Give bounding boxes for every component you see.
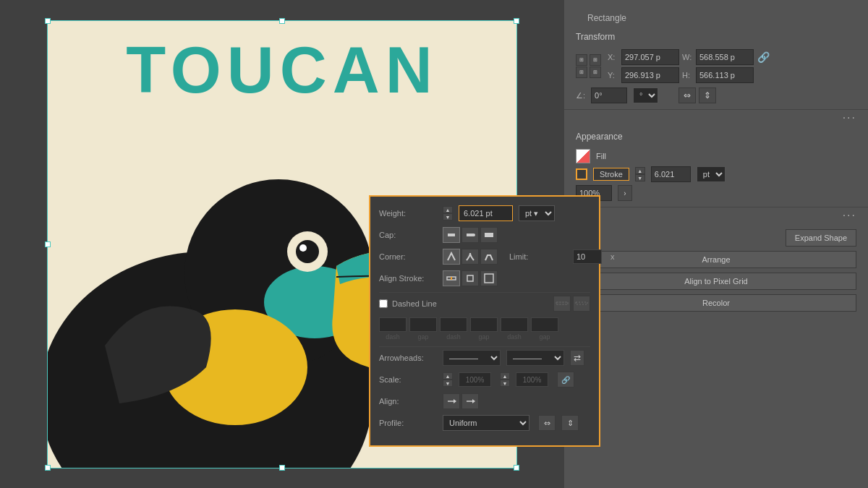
transform-more: ··· (564, 110, 868, 126)
fill-swatch[interactable] (576, 149, 590, 163)
svg-rect-12 (485, 274, 493, 283)
opacity-more-icon[interactable]: › (618, 185, 632, 201)
arrows-swap-icon[interactable]: ⇄ (570, 350, 584, 366)
align-inside-icon[interactable] (461, 270, 479, 286)
stroke-unit-select[interactable]: pt (697, 166, 726, 182)
dashed-label: Dashed Line (392, 299, 437, 308)
popup-divider-1 (379, 292, 590, 293)
corner-bevel-icon[interactable] (480, 249, 498, 265)
gap1-input[interactable] (409, 317, 437, 332)
align-arrow-1-icon[interactable] (443, 393, 460, 409)
stroke-swatch[interactable] (576, 168, 587, 180)
svg-rect-14 (576, 302, 587, 304)
scale2-up[interactable]: ▲ (500, 372, 510, 380)
stroke-spin-up[interactable]: ▲ (635, 167, 645, 174)
x-input[interactable] (621, 49, 679, 65)
h-input[interactable] (696, 67, 754, 83)
align-outside-icon[interactable] (480, 270, 498, 286)
profile-select[interactable]: Uniform (443, 415, 529, 431)
dash-gap-row: dash gap dash gap dash (379, 317, 590, 341)
align-center-icon[interactable] (443, 270, 460, 286)
transform-icon-2[interactable]: ⊞ (590, 54, 601, 66)
profile-flip-h-icon[interactable]: ⇔ (538, 415, 556, 431)
arrange-row: Arrange (576, 251, 856, 268)
angle-label: ∠: (576, 91, 585, 100)
arrange-button[interactable]: Arrange (576, 251, 856, 268)
stroke-button[interactable]: Stroke (593, 168, 629, 181)
corner-row: Corner: Limit: x (379, 249, 590, 265)
dash3-input[interactable] (501, 317, 528, 332)
stroke-popup: Weight: ▲ ▼ pt ▾ Cap: (369, 195, 600, 447)
angle-unit-select[interactable]: ° (633, 87, 658, 103)
profile-flip-v-icon[interactable]: ⇕ (561, 415, 579, 431)
scale1-up[interactable]: ▲ (443, 372, 453, 380)
transform-more-btn[interactable]: ··· (843, 111, 856, 124)
transform-icon-4[interactable]: ⊞ (590, 67, 601, 78)
align-arrow-2-icon[interactable] (461, 393, 479, 409)
weight-spin-down[interactable]: ▼ (443, 213, 453, 221)
scale1-down[interactable]: ▼ (443, 380, 453, 387)
recolor-button[interactable]: Recolor (576, 294, 856, 312)
weight-input[interactable] (459, 205, 513, 221)
arrowheads-row: Arrowheads: ———— ———— ⇄ (379, 350, 590, 366)
dash2-label: dash (446, 333, 461, 341)
corner-miter-icon[interactable] (443, 249, 460, 265)
dashed-checkbox[interactable] (379, 299, 388, 308)
gap2-label: gap (478, 333, 489, 341)
weight-spin-up[interactable]: ▲ (443, 206, 453, 213)
gap3-input[interactable] (531, 317, 558, 332)
flip-v-icon[interactable]: ⇕ (699, 87, 716, 103)
align-pixel-button[interactable]: Align to Pixel Grid (576, 273, 856, 290)
scale2-input[interactable] (516, 372, 548, 387)
w-input[interactable] (696, 49, 754, 65)
profile-row: Profile: Uniform ⇔ ⇕ (379, 415, 590, 431)
gap1-label: gap (417, 333, 428, 341)
scale-link-icon[interactable]: 🔗 (557, 372, 574, 388)
cap-label: Cap: (379, 231, 437, 239)
cap-square-icon[interactable] (480, 227, 498, 243)
gap2-input[interactable] (470, 317, 498, 332)
svg-rect-7 (448, 234, 455, 236)
dash-gap-inputs: dash gap dash gap dash (379, 317, 590, 341)
transform-icon-3[interactable]: ⊞ (576, 67, 587, 78)
arrow-start-select[interactable]: ———— (443, 350, 501, 366)
y-label: Y: (608, 71, 618, 80)
flip-h-icon[interactable]: ⇔ (678, 87, 696, 103)
svg-rect-11 (467, 275, 473, 281)
angle-input[interactable] (591, 87, 627, 103)
scale1-spinner: ▲ ▼ (443, 372, 453, 387)
dash2-input[interactable] (440, 317, 467, 332)
corner-buttons (443, 249, 498, 265)
stroke-spin-down[interactable]: ▼ (635, 174, 645, 181)
expand-shape-button[interactable]: Expand Shape (786, 229, 856, 247)
scale2-down[interactable]: ▼ (500, 380, 510, 387)
weight-unit-select[interactable]: pt ▾ (519, 205, 555, 221)
stroke-spinner: ▲ ▼ (635, 167, 645, 181)
arrowheads-label: Arrowheads: (379, 354, 437, 362)
gap3-label: gap (539, 333, 550, 341)
scale1-input[interactable] (459, 372, 491, 387)
svg-rect-8 (485, 233, 493, 237)
dash-pattern-2-icon[interactable] (573, 296, 590, 312)
cap-round-icon[interactable] (461, 227, 479, 243)
actions-section: th Expand Shape Arrange Align to Pixel G… (564, 223, 868, 322)
dash-pattern-1-icon[interactable] (553, 296, 571, 312)
fill-label: Fill (596, 152, 606, 160)
dashed-row: Dashed Line (379, 296, 590, 312)
svg-point-5 (299, 244, 307, 252)
limit-input[interactable] (573, 249, 602, 264)
cap-row: Cap: (379, 227, 590, 243)
y-input[interactable] (621, 67, 679, 83)
scale2-spinner: ▲ ▼ (500, 372, 510, 387)
svg-marker-18 (472, 399, 475, 403)
appearance-more-btn[interactable]: ··· (843, 209, 856, 222)
dash1-input[interactable] (379, 317, 407, 332)
corner-round-icon[interactable] (461, 249, 479, 265)
arrow-end-select[interactable]: ———— (506, 350, 564, 366)
scale-label: Scale: (379, 375, 437, 384)
cap-butt-icon[interactable] (443, 227, 460, 243)
recolor-row: Recolor (576, 294, 856, 312)
stroke-value-input[interactable] (651, 166, 691, 182)
appearance-section: Appearance Fill Stroke ▲ ▼ pt › (564, 126, 868, 207)
transform-icon-1[interactable]: ⊞ (576, 54, 587, 66)
